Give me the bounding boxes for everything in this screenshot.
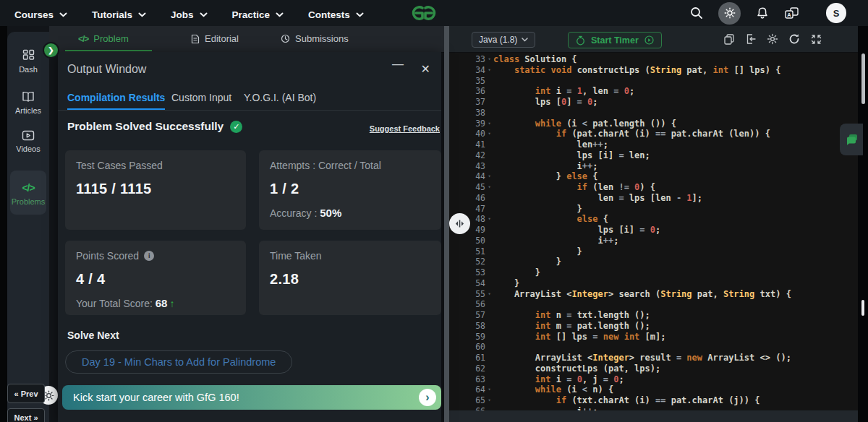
gfg160-banner[interactable]: Kick start your career with GfG 160! › bbox=[62, 385, 441, 410]
fold-marker-icon[interactable]: ▾ bbox=[485, 54, 493, 65]
result-cards: Test Cases Passed 1115 / 1115 Attempts :… bbox=[65, 150, 441, 315]
fold-marker-icon[interactable]: ▾ bbox=[485, 171, 493, 182]
fullscreen-icon[interactable] bbox=[811, 34, 822, 45]
sidebar-expand-button[interactable]: ❯ bbox=[43, 42, 59, 59]
fold-marker-icon[interactable]: ▾ bbox=[485, 65, 493, 76]
tab-compilation-results[interactable]: Compilation Results bbox=[67, 85, 165, 109]
notifications-bell-icon[interactable] bbox=[756, 7, 769, 20]
success-check-icon: ✓ bbox=[230, 121, 242, 133]
code-line[interactable]: 45▾ if (len != 0) { bbox=[449, 182, 858, 193]
code-line[interactable]: 54 } bbox=[449, 278, 858, 289]
tab-yogi-ai-bot[interactable]: Y.O.G.I. (AI Bot) bbox=[244, 85, 316, 109]
fold-marker-icon[interactable]: ▾ bbox=[485, 214, 493, 225]
code-text: int m = pat.length (); bbox=[493, 321, 650, 332]
settings-gear-icon[interactable] bbox=[767, 33, 778, 45]
code-area[interactable]: 33▾class Solution {34▾ static void const… bbox=[449, 53, 858, 412]
translate-icon[interactable]: A bbox=[784, 7, 799, 20]
code-line[interactable]: 58 int m = pat.length (); bbox=[449, 321, 858, 332]
code-line[interactable]: 41 len++; bbox=[449, 139, 858, 150]
code-line[interactable]: 34▾ static void constructLps (String pat… bbox=[449, 65, 858, 76]
feedback-chat-widget[interactable] bbox=[840, 124, 863, 155]
line-number: 60 bbox=[449, 342, 485, 353]
code-line[interactable]: 47 } bbox=[449, 204, 858, 215]
sidebar-item-videos[interactable]: Videos bbox=[7, 130, 49, 153]
code-line[interactable]: 53 } bbox=[449, 267, 858, 278]
code-line[interactable]: 57 int n = txt.length (); bbox=[449, 310, 858, 321]
code-line[interactable]: 44▾ } else { bbox=[449, 171, 858, 182]
sidebar-item-problems[interactable]: </> Problems bbox=[10, 171, 46, 215]
code-line[interactable]: 65▾ if (txt.charAt (i) == pat.charAt (j)… bbox=[449, 395, 858, 406]
nav-item-practice[interactable]: Practice bbox=[232, 9, 284, 26]
code-line[interactable]: 36 int i = 1, len = 0; bbox=[449, 86, 858, 97]
import-icon[interactable] bbox=[745, 33, 757, 45]
card-value: 2.18 bbox=[270, 271, 430, 288]
tab-editorial[interactable]: Editorial bbox=[191, 26, 239, 51]
card-label: Attempts : Correct / Total bbox=[270, 160, 430, 171]
fold-marker-icon[interactable]: ▾ bbox=[485, 182, 493, 193]
code-line[interactable]: 59 int [] lps = new int [m]; bbox=[449, 332, 858, 343]
info-icon[interactable]: i bbox=[144, 251, 154, 261]
theme-toggle-button[interactable] bbox=[718, 2, 741, 25]
prev-button[interactable]: « Prev bbox=[7, 384, 45, 403]
sidebar-item-articles[interactable]: Articles bbox=[7, 91, 49, 115]
next-problem-pill[interactable]: Day 19 - Min Chars to Add for Palindrome bbox=[65, 350, 292, 374]
scrollbar-thumb[interactable] bbox=[861, 300, 864, 316]
minimize-icon[interactable]: — bbox=[392, 58, 404, 71]
code-line[interactable]: 48▾ else { bbox=[449, 214, 858, 225]
code-line[interactable]: 43 i++; bbox=[449, 161, 858, 172]
start-timer-button[interactable]: Start Timer bbox=[568, 32, 662, 48]
page-scrollbar-track[interactable] bbox=[858, 26, 868, 422]
fold-marker-icon bbox=[485, 193, 493, 204]
code-text: } bbox=[493, 278, 519, 289]
code-line[interactable]: 42 lps [i] = len; bbox=[449, 150, 858, 161]
fold-marker-icon[interactable]: ▾ bbox=[485, 119, 493, 129]
fold-marker-icon bbox=[485, 161, 493, 172]
line-number: 36 bbox=[449, 86, 485, 97]
code-line[interactable]: 35 bbox=[449, 76, 858, 87]
tab-submissions[interactable]: Submissions bbox=[281, 26, 349, 51]
close-icon[interactable]: ✕ bbox=[421, 62, 430, 76]
search-icon[interactable] bbox=[690, 7, 703, 20]
fold-marker-icon[interactable]: ▾ bbox=[485, 289, 493, 300]
code-line[interactable]: 61 ArrayList <Integer> result = new Arra… bbox=[449, 353, 858, 363]
resize-handle[interactable] bbox=[449, 213, 470, 234]
tab-custom-input[interactable]: Custom Input bbox=[171, 85, 231, 109]
code-text: ArrayList <Integer> search (String pat, … bbox=[493, 289, 791, 300]
code-line[interactable]: 63 int i = 0, j = 0; bbox=[449, 374, 858, 385]
code-line[interactable]: 33▾class Solution { bbox=[449, 54, 858, 65]
nav-item-contests[interactable]: Contests bbox=[308, 9, 364, 26]
code-line[interactable]: 62 constructLps (pat, lps); bbox=[449, 363, 858, 374]
code-text: class Solution { bbox=[493, 54, 577, 65]
user-avatar[interactable]: S bbox=[826, 3, 846, 23]
code-line[interactable]: 40▾ if (pat.charAt (i) == pat.charAt (le… bbox=[449, 129, 858, 139]
suggest-feedback-link[interactable]: Suggest Feedback bbox=[370, 124, 440, 133]
code-line[interactable]: 50 i++; bbox=[449, 236, 858, 246]
tab-problem[interactable]: </> Problem bbox=[78, 26, 129, 51]
next-button[interactable]: Next » bbox=[7, 408, 45, 422]
code-line[interactable]: 37 lps [0] = 0; bbox=[449, 97, 858, 108]
code-line[interactable]: 38 bbox=[449, 108, 858, 119]
reset-code-icon[interactable] bbox=[788, 33, 801, 45]
code-line[interactable]: 51 } bbox=[449, 246, 858, 257]
fold-marker-icon bbox=[485, 299, 493, 310]
fold-marker-icon[interactable]: ▾ bbox=[485, 384, 493, 395]
scrollbar-thumb[interactable] bbox=[861, 53, 865, 104]
nav-item-jobs[interactable]: Jobs bbox=[171, 9, 208, 26]
gfg-logo[interactable] bbox=[407, 3, 441, 23]
fold-marker-icon[interactable]: ▾ bbox=[485, 129, 493, 139]
code-line[interactable]: 52 } bbox=[449, 257, 858, 267]
code-line[interactable]: 64▾ while (i < n) { bbox=[449, 384, 858, 395]
copy-icon[interactable] bbox=[723, 33, 735, 45]
code-line[interactable]: 46 len = lps [len - 1]; bbox=[449, 193, 858, 204]
code-line[interactable]: 49 lps [i] = 0; bbox=[449, 225, 858, 236]
language-select[interactable]: Java (1.8) bbox=[472, 32, 535, 48]
fold-marker-icon bbox=[485, 139, 493, 150]
code-line[interactable]: 55▾ ArrayList <Integer> search (String p… bbox=[449, 289, 858, 300]
nav-item-courses[interactable]: SALECourses bbox=[14, 9, 67, 26]
code-line[interactable]: 56 bbox=[449, 299, 858, 310]
nav-item-tutorials[interactable]: Tutorials bbox=[92, 9, 146, 26]
code-line[interactable]: 60 bbox=[449, 342, 858, 353]
fold-marker-icon[interactable]: ▾ bbox=[485, 395, 493, 406]
code-line[interactable]: 39▾ while (i < pat.length ()) { bbox=[449, 119, 858, 129]
panel-divider[interactable] bbox=[444, 26, 449, 422]
